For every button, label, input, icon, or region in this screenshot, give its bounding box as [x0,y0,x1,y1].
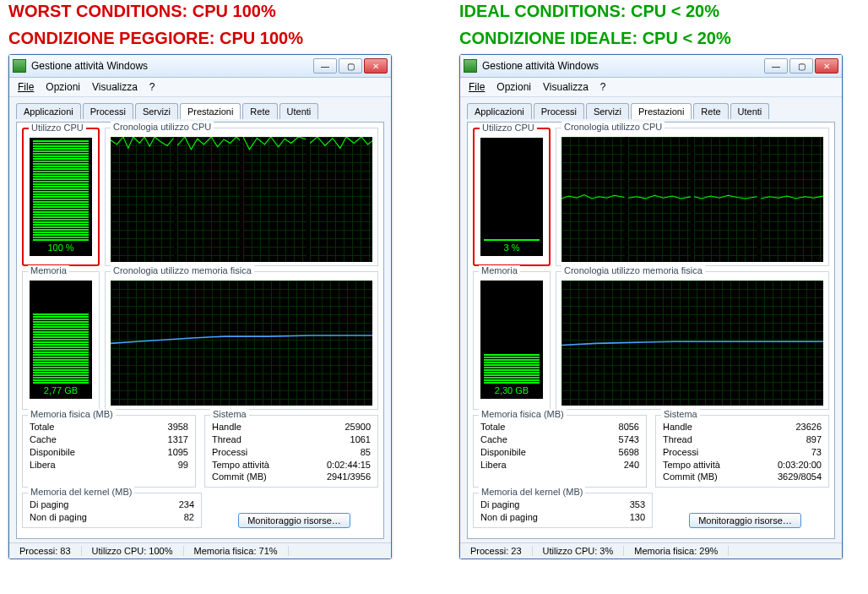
menubar: File Opzioni Visualizza ? [460,78,842,97]
kernel-mem-value: 82 [184,511,194,524]
phys-mem-row: Cache1317 [28,433,190,446]
memory-meter: 2,77 GB [30,281,92,399]
menu-help[interactable]: ? [600,81,606,93]
tab-utenti[interactable]: Utenti [279,103,319,119]
tab-prestazioni[interactable]: Prestazioni [180,103,241,119]
menubar: File Opzioni Visualizza ? [9,78,391,97]
statusbar: Processi: 83 Utilizzo CPU: 100% Memoria … [9,542,391,559]
tab-prestazioni[interactable]: Prestazioni [631,103,692,119]
memory-box: Memoria 2,30 GB [473,271,551,410]
system-row: Processi73 [661,446,823,459]
system-value: 3629/8054 [778,471,822,483]
memory-value: 2,77 GB [44,385,78,395]
menu-opzioni[interactable]: Opzioni [496,81,531,93]
cpu-history-box: Cronologia utilizzo CPU [556,128,829,266]
status-cpu: Utilizzo CPU: 3% [533,546,625,556]
task-manager-icon [13,59,26,73]
cpu-history-label: Cronologia utilizzo CPU [561,122,665,132]
system-value: 73 [811,446,822,459]
tabs: Applicazioni Processi Servizi Prestazion… [467,102,835,118]
kernel-mem-value: 234 [179,499,194,511]
kernel-mem-label: Memoria del kernel (MB) [479,487,585,497]
status-mem: Memoria fisica: 71% [184,546,289,556]
tab-processi[interactable]: Processi [534,103,584,119]
heading-ideal-en: IDEAL CONDITIONS: CPU < 20% [459,0,843,22]
phys-mem-row: Disponibile1095 [28,446,190,459]
cpu-meter: 100 % [30,138,92,256]
cpu-history-box: Cronologia utilizzo CPU [105,128,378,266]
titlebar[interactable]: Gestione attività Windows — ▢ ✕ [9,55,391,78]
tab-servizi[interactable]: Servizi [135,103,178,119]
phys-mem-row: Disponibile5698 [479,446,641,459]
resource-monitor-button[interactable]: Monitoraggio risorse… [689,513,801,528]
phys-mem-row: Libera99 [28,459,190,471]
phys-mem-value: 3958 [168,421,188,433]
status-cpu: Utilizzo CPU: 100% [82,546,184,556]
phys-mem-value: 5698 [619,446,639,459]
system-key: Handle [663,421,692,433]
system-key: Processi [212,446,247,459]
titlebar[interactable]: Gestione attività Windows — ▢ ✕ [460,55,842,78]
maximize-button[interactable]: ▢ [789,58,813,74]
system-row: Thread1061 [210,433,372,446]
system-row: Commit (MB)3629/8054 [661,471,823,483]
tab-applicazioni[interactable]: Applicazioni [16,103,81,119]
menu-file[interactable]: File [18,81,34,93]
menu-visualizza[interactable]: Visualizza [92,81,138,93]
phys-mem-row: Cache5743 [479,433,641,446]
phys-mem-value: 5743 [619,433,639,446]
minimize-button[interactable]: — [313,58,337,74]
phys-mem-row: Libera240 [479,459,641,471]
resource-monitor-button[interactable]: Monitoraggio risorse… [238,513,350,528]
tab-rete[interactable]: Rete [693,103,728,119]
tab-utenti[interactable]: Utenti [730,103,770,119]
kernel-mem-label: Memoria del kernel (MB) [28,487,134,497]
memory-box: Memoria 2,77 GB [22,271,100,410]
system-key: Processi [663,446,698,459]
cpu-history-plot [111,137,372,262]
cpu-usage-box: Utilizzo CPU 3 % [473,128,551,266]
tabs: Applicazioni Processi Servizi Prestazion… [16,102,384,118]
phys-mem-box: Memoria fisica (MB) Totale3958Cache1317D… [22,415,196,488]
system-value: 25900 [344,421,371,433]
memory-history-box: Cronologia utilizzo memoria fisica [105,271,378,410]
memory-meter: 2,30 GB [480,281,543,399]
system-label: Sistema [210,409,249,419]
tab-processi[interactable]: Processi [83,103,133,119]
memory-label: Memoria [28,265,69,275]
menu-file[interactable]: File [469,81,485,93]
maximize-button[interactable]: ▢ [339,58,362,74]
kernel-mem-key: Non di paging [480,511,538,524]
system-box: Sistema Handle23626Thread897Processi73Te… [655,415,829,488]
system-key: Handle [212,421,241,433]
phys-mem-label: Memoria fisica (MB) [479,409,567,419]
phys-mem-value: 240 [624,459,639,471]
memory-history-box: Cronologia utilizzo memoria fisica [556,271,829,410]
system-value: 0:03:20:00 [778,459,822,471]
cpu-value: 3 % [504,243,520,253]
close-button[interactable]: ✕ [815,58,838,74]
kernel-mem-row: Non di paging82 [28,511,196,524]
phys-mem-row: Totale3958 [28,421,190,433]
close-button[interactable]: ✕ [364,58,388,74]
kernel-mem-row: Non di paging130 [479,511,647,524]
minimize-button[interactable]: — [764,58,788,74]
system-value: 1061 [350,433,371,446]
menu-opzioni[interactable]: Opzioni [46,81,80,93]
tab-applicazioni[interactable]: Applicazioni [467,103,532,119]
performance-pane: Utilizzo CPU 3 % Cronologia utilizzo CPU [467,122,835,539]
cpu-usage-label: Utilizzo CPU [29,123,86,133]
phys-mem-row: Totale8056 [479,421,641,433]
menu-help[interactable]: ? [149,81,155,93]
tab-rete[interactable]: Rete [242,103,277,119]
tab-servizi[interactable]: Servizi [586,103,629,119]
system-key: Thread [212,433,241,446]
cpu-usage-box: Utilizzo CPU 100 % [22,128,100,266]
task-manager-icon [464,59,477,73]
phys-mem-key: Libera [480,459,507,471]
system-value: 2941/3956 [327,471,371,483]
kernel-mem-key: Di paging [30,499,68,511]
menu-visualizza[interactable]: Visualizza [543,81,589,93]
phys-mem-key: Totale [480,421,505,433]
cpu-history-plot [561,137,823,262]
